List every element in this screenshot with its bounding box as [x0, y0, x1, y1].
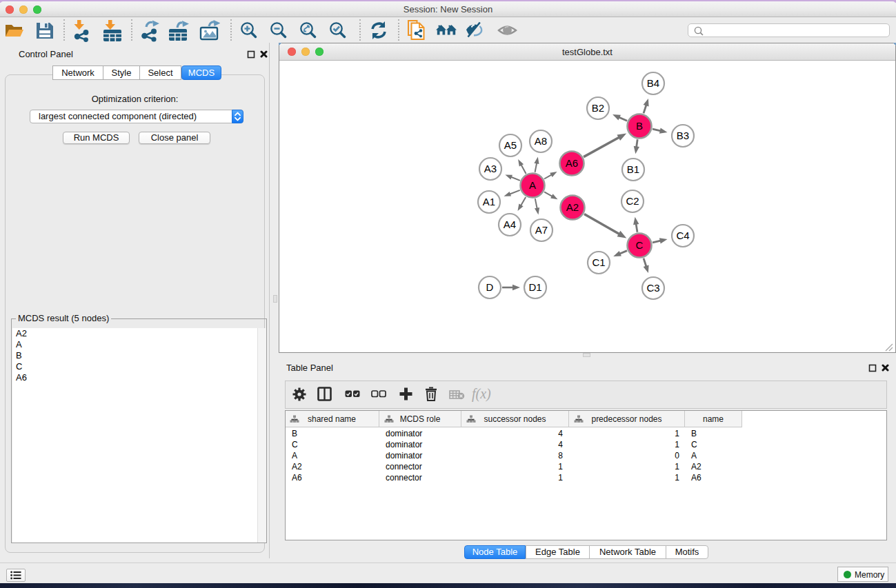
svg-text:A: A [529, 179, 536, 191]
svg-text:B: B [636, 120, 643, 132]
svg-text:C4: C4 [676, 230, 689, 241]
svg-text:C1: C1 [592, 256, 605, 268]
svg-text:D1: D1 [528, 281, 541, 293]
svg-text:A1: A1 [483, 196, 495, 207]
svg-text:A5: A5 [504, 139, 517, 151]
svg-text:B2: B2 [592, 102, 604, 114]
svg-text:B1: B1 [627, 163, 639, 175]
svg-text:A8: A8 [535, 135, 547, 147]
svg-text:A6: A6 [566, 157, 578, 169]
svg-text:C: C [636, 239, 644, 251]
svg-text:A3: A3 [484, 163, 497, 174]
svg-text:B4: B4 [647, 77, 659, 89]
svg-text:A7: A7 [535, 224, 548, 236]
svg-text:D: D [486, 281, 494, 293]
svg-text:C3: C3 [646, 282, 659, 294]
svg-text:A2: A2 [566, 201, 579, 213]
svg-text:A4: A4 [504, 219, 516, 230]
svg-text:B3: B3 [677, 130, 689, 141]
svg-text:C2: C2 [626, 195, 639, 207]
